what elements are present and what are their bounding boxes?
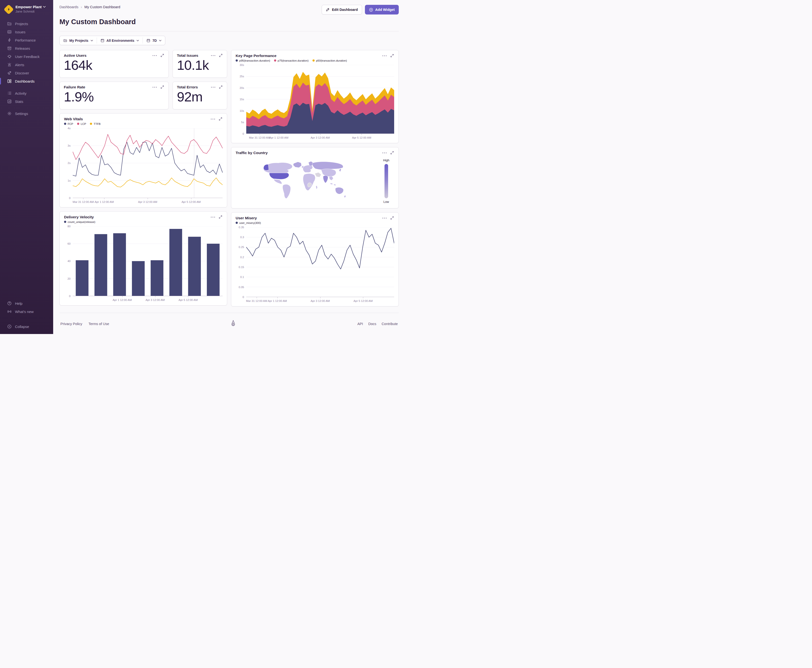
legend-item[interactable]: TTFB (90, 122, 100, 125)
broadcast-icon (7, 309, 12, 314)
user-name: Jane Schmidt (15, 10, 46, 13)
sidebar-item-performance[interactable]: Performance (0, 36, 53, 44)
kpi-value: 92m (177, 90, 223, 104)
date-range-filter[interactable]: 7D (143, 36, 165, 45)
ellipsis-icon (382, 217, 387, 219)
ellipsis-icon (152, 87, 157, 88)
docs-link[interactable]: Docs (368, 322, 376, 326)
sidebar-item-activity[interactable]: Activity (0, 89, 53, 97)
widget-menu-button[interactable] (382, 217, 387, 219)
expand-icon (219, 85, 222, 89)
widget-expand-button[interactable] (219, 85, 223, 89)
widget-title: Key Page Performance (236, 53, 276, 58)
sidebar-item-discover[interactable]: Discover (0, 69, 53, 77)
chevron-down-icon (137, 40, 139, 41)
ellipsis-icon (211, 217, 215, 217)
legend-item[interactable]: LCP (77, 122, 86, 125)
map-indonesia (330, 183, 333, 185)
expand-icon (390, 54, 393, 57)
widget-menu-button[interactable] (211, 86, 216, 88)
widget-expand-button[interactable] (390, 53, 394, 58)
sidebar-item-settings[interactable]: Settings (0, 109, 53, 118)
legend-item[interactable]: count_unique(release) (64, 220, 95, 224)
org-switcher[interactable]: Empower Plant Jane Schmidt (0, 5, 53, 13)
user-misery-chart (246, 227, 394, 297)
map-europe (303, 165, 313, 172)
sidebar-item-label: Issues (15, 30, 25, 34)
pencil-icon (326, 8, 330, 12)
widget-menu-button[interactable] (382, 55, 387, 57)
widget-expand-button[interactable] (218, 215, 223, 219)
widget-expand-button[interactable] (219, 53, 223, 57)
project-filter[interactable]: My Projects (60, 36, 97, 45)
widget-expand-button[interactable] (160, 53, 164, 57)
edit-dashboard-button[interactable]: Edit Dashboard (321, 5, 362, 15)
chevron-down-icon (159, 40, 161, 41)
breadcrumb-dashboards-link[interactable]: Dashboards (59, 5, 78, 9)
sidebar-item-label: User Feedback (15, 55, 40, 59)
sidebar-item-dashboards[interactable]: Dashboards (0, 77, 53, 85)
legend-item[interactable]: p95(transaction.duration) (236, 59, 270, 62)
map-southeast-asia (329, 176, 333, 180)
activity-icon (7, 91, 12, 95)
discover-icon (7, 71, 12, 75)
sidebar-item-stats[interactable]: Stats (0, 97, 53, 105)
widget-expand-button[interactable] (390, 216, 394, 220)
widget-menu-button[interactable] (152, 55, 157, 57)
map-russia (312, 162, 343, 170)
sidebar-item-help[interactable]: Help (0, 299, 53, 307)
breadcrumb-separator-icon: › (81, 5, 82, 9)
kpi-value: 164k (64, 58, 164, 72)
widget-title: User Misery (236, 216, 257, 220)
sidebar-item-label: Alerts (15, 63, 24, 67)
ellipsis-icon (211, 87, 215, 88)
sidebar-item-whats-new[interactable]: What's new (0, 307, 53, 316)
y-axis: 4s3s2s1s0 (64, 128, 73, 198)
widget-menu-button[interactable] (152, 86, 157, 88)
sidebar-item-releases[interactable]: Releases (0, 44, 53, 52)
sidebar-item-alerts[interactable]: Alerts (0, 61, 53, 69)
filter-bar: My Projects All Environments 7D (59, 36, 399, 45)
sidebar: Empower Plant Jane Schmidt Projects Issu… (0, 0, 53, 334)
sidebar-item-label: Collapse (15, 325, 29, 329)
widget-expand-button[interactable] (390, 151, 394, 155)
chart-legend: p95(transaction.duration)p75(transaction… (236, 59, 394, 62)
window-icon (100, 38, 104, 42)
sidebar-item-user-feedback[interactable]: User Feedback (0, 52, 53, 61)
legend-high-label: High (383, 159, 389, 162)
stats-icon (7, 99, 12, 104)
environment-filter[interactable]: All Environments (97, 36, 142, 45)
legend-item[interactable]: user_misery(300) (236, 222, 261, 224)
releases-icon (7, 46, 12, 50)
api-link[interactable]: API (357, 322, 363, 326)
add-widget-button[interactable]: Add Widget (365, 5, 399, 15)
widget-menu-button[interactable] (382, 152, 387, 154)
chart-legend: user_misery(300) (236, 222, 394, 224)
sidebar-item-projects[interactable]: Projects (0, 20, 53, 28)
sidebar-item-label: Dashboards (15, 79, 35, 84)
widget-title: Traffic by Country (236, 151, 268, 155)
expand-icon (390, 216, 393, 220)
sidebar-collapse-button[interactable]: Collapse (0, 322, 53, 331)
widget-expand-button[interactable] (218, 117, 223, 121)
widget-key-page-performance: Key Page Performance p95(transaction.dur… (231, 50, 399, 143)
sidebar-item-issues[interactable]: Issues (0, 28, 53, 36)
chevron-down-icon (43, 6, 46, 8)
legend-item[interactable]: FCP (64, 122, 73, 125)
expand-icon (161, 85, 164, 89)
sidebar-item-label: Performance (15, 38, 36, 42)
widget-active-users: Active Users 164k (59, 50, 169, 78)
privacy-policy-link[interactable]: Privacy Policy (60, 322, 82, 326)
terms-of-use-link[interactable]: Terms of Use (89, 322, 109, 326)
contribute-link[interactable]: Contribute (382, 322, 398, 326)
x-axis: Mar 31 12:00 AMApr 1 12:00 AMApr 3 12:00… (246, 134, 394, 141)
widget-menu-button[interactable] (210, 118, 216, 120)
widget-menu-button[interactable] (211, 55, 216, 57)
widget-expand-button[interactable] (160, 85, 164, 89)
sidebar-item-label: Releases (15, 47, 30, 50)
legend-item[interactable]: p75(transaction.duration) (274, 59, 309, 62)
chevron-down-icon (90, 40, 93, 41)
legend-item[interactable]: p50(transaction.duration) (313, 59, 347, 62)
widget-menu-button[interactable] (210, 216, 216, 218)
widget-total-errors: Total Errors 92m (172, 82, 227, 109)
